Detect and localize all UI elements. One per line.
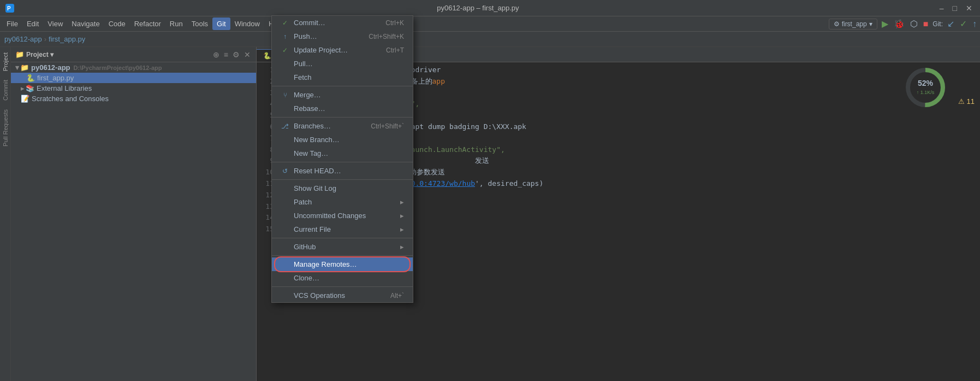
panel-close-icon[interactable]: ✕ bbox=[243, 49, 252, 60]
vcs-shortcut: Alt+` bbox=[390, 292, 404, 300]
git-menu-manage-remotes[interactable]: Manage Remotes… bbox=[272, 257, 413, 271]
tree-scratches[interactable]: 📝 Scratches and Consoles bbox=[11, 93, 256, 104]
tree-root-path: D:\PycharmProject\py0612-app bbox=[74, 65, 162, 71]
debug-button[interactable]: 🐞 bbox=[893, 17, 906, 30]
menu-run[interactable]: Run bbox=[165, 17, 187, 30]
git-dropdown-menu: ✓ Commit… Ctrl+K ↑ Push… Ctrl+Shift+K ✓ … bbox=[271, 15, 413, 303]
run-button[interactable]: ▶ bbox=[881, 17, 889, 30]
project-panel-header: 📁 Project ▾ ⊕ ≡ ⚙ ✕ bbox=[11, 47, 256, 62]
update-shortcut: Ctrl+T bbox=[386, 46, 404, 54]
git-menu-commit[interactable]: ✓ Commit… Ctrl+K bbox=[272, 16, 413, 30]
git-fetch-label: Fetch bbox=[294, 73, 312, 81]
app-logo: P bbox=[5, 4, 14, 13]
menu-edit[interactable]: Edit bbox=[22, 17, 43, 30]
git-new-branch-label: New Branch… bbox=[294, 136, 340, 144]
breadcrumb-file[interactable]: first_app.py bbox=[49, 35, 85, 43]
git-rollback-icon[interactable]: ↙ bbox=[946, 17, 955, 30]
git-menu-fetch[interactable]: Fetch bbox=[272, 71, 413, 84]
run-icon: ⚙ bbox=[834, 20, 840, 28]
run-config-selector[interactable]: ⚙ first_app ▾ bbox=[829, 19, 877, 30]
svg-text:↑ 1.1K/s: ↑ 1.1K/s bbox=[917, 90, 935, 95]
panel-add-icon[interactable]: ⊕ bbox=[212, 49, 221, 60]
menu-tools[interactable]: Tools bbox=[187, 17, 212, 30]
update-check-icon: ✓ bbox=[281, 46, 289, 54]
tree-external-label: External Libraries bbox=[37, 84, 92, 92]
tab-file-icon: 🐍 bbox=[263, 52, 271, 60]
run-config-label: first_app bbox=[842, 20, 867, 28]
git-menu-patch[interactable]: Patch ▸ bbox=[272, 195, 413, 209]
activity-project[interactable]: Project bbox=[1, 48, 10, 75]
git-rebase-label: Rebase… bbox=[294, 104, 325, 113]
git-menu-vcs-operations[interactable]: VCS Operations Alt+` bbox=[272, 289, 413, 302]
stop-button[interactable]: ■ bbox=[922, 18, 930, 30]
file-icon: 🐍 bbox=[26, 74, 35, 82]
tree-root-folder[interactable]: ▾ 📁 py0612-app D:\PycharmProject\py0612-… bbox=[11, 62, 256, 73]
window-controls[interactable]: – □ ✕ bbox=[937, 4, 975, 13]
git-menu-clone[interactable]: Clone… bbox=[272, 271, 413, 285]
tree-root-label: py0612-app bbox=[31, 63, 70, 72]
project-panel-title: Project ▾ bbox=[26, 51, 210, 58]
git-menu-github[interactable]: GitHub ▸ bbox=[272, 240, 413, 254]
git-menu-uncommitted-changes[interactable]: Uncommitted Changes ▸ bbox=[272, 209, 413, 222]
git-new-tag-label: New Tag… bbox=[294, 149, 328, 157]
menu-navigate[interactable]: Navigate bbox=[67, 17, 104, 30]
git-menu-reset-head[interactable]: ↺ Reset HEAD… bbox=[272, 164, 413, 178]
git-menu-push[interactable]: ↑ Push… Ctrl+Shift+K bbox=[272, 30, 413, 43]
menu-file[interactable]: File bbox=[2, 17, 22, 30]
coverage-button[interactable]: ⬡ bbox=[909, 17, 919, 30]
git-menu-new-tag[interactable]: New Tag… bbox=[272, 146, 413, 160]
menu-git[interactable]: Git bbox=[212, 17, 230, 30]
run-config-dropdown-icon: ▾ bbox=[869, 20, 872, 28]
sep-7 bbox=[272, 286, 413, 287]
git-menu-update[interactable]: ✓ Update Project… Ctrl+T bbox=[272, 43, 413, 57]
menu-window[interactable]: Window bbox=[230, 17, 264, 30]
activity-pull-requests[interactable]: Pull Requests bbox=[1, 105, 10, 151]
merge-icon: ⑂ bbox=[281, 91, 289, 99]
activity-commit[interactable]: Commit bbox=[1, 75, 10, 105]
git-push-icon[interactable]: ↑ bbox=[971, 18, 978, 30]
git-menu-new-branch[interactable]: New Branch… bbox=[272, 133, 413, 146]
commit-shortcut: Ctrl+K bbox=[385, 19, 404, 27]
branches-icon: ⎇ bbox=[281, 122, 289, 130]
menu-refactor[interactable]: Refactor bbox=[130, 17, 165, 30]
tree-file-first-app[interactable]: 🐍 first_app.py bbox=[11, 73, 256, 83]
git-menu-pull[interactable]: Pull… bbox=[272, 57, 413, 71]
library-icon: 📚 bbox=[26, 84, 34, 92]
panel-settings-icon[interactable]: ⚙ bbox=[231, 49, 241, 60]
network-chart: 52% ↑ 1.1K/s bbox=[904, 66, 947, 109]
patch-submenu-arrow: ▸ bbox=[400, 198, 404, 206]
menu-code[interactable]: Code bbox=[104, 17, 130, 30]
close-button[interactable]: ✕ bbox=[964, 4, 975, 13]
git-merge-label: Merge… bbox=[294, 91, 321, 99]
push-arrow-icon: ↑ bbox=[281, 33, 289, 40]
minimize-button[interactable]: – bbox=[937, 4, 946, 13]
git-pull-label: Pull… bbox=[294, 60, 313, 68]
title-bar: P py0612-app – first_app.py – □ ✕ bbox=[0, 0, 980, 16]
git-clone-label: Clone… bbox=[294, 274, 319, 282]
git-status-label: Git: bbox=[933, 20, 943, 28]
warning-indicator: ⚠ 11 bbox=[958, 97, 975, 105]
git-menu-show-git-log[interactable]: Show Git Log bbox=[272, 181, 413, 195]
git-check-icon[interactable]: ✓ bbox=[959, 17, 968, 30]
panel-collapse-icon[interactable]: ≡ bbox=[223, 49, 229, 60]
folder-icon: 📁 bbox=[20, 63, 29, 72]
maximize-button[interactable]: □ bbox=[951, 4, 959, 13]
folder-tree-icon: 📁 bbox=[15, 50, 24, 58]
breadcrumb-project[interactable]: py0612-app bbox=[4, 35, 42, 43]
tree-external-libraries[interactable]: ▸ 📚 External Libraries bbox=[11, 83, 256, 93]
scratches-icon: 📝 bbox=[21, 95, 29, 103]
sep-4 bbox=[272, 179, 413, 180]
git-current-file-label: Current File bbox=[294, 225, 331, 233]
push-shortcut: Ctrl+Shift+K bbox=[369, 33, 404, 40]
git-menu-branches[interactable]: ⎇ Branches… Ctrl+Shift+` bbox=[272, 119, 413, 133]
menu-view[interactable]: View bbox=[43, 17, 67, 30]
uncommitted-submenu-arrow: ▸ bbox=[400, 212, 404, 220]
project-panel: 📁 Project ▾ ⊕ ≡ ⚙ ✕ ▾ 📁 py0612-app D:\Py… bbox=[11, 47, 257, 381]
git-github-label: GitHub bbox=[294, 243, 316, 251]
git-menu-merge[interactable]: ⑂ Merge… bbox=[272, 88, 413, 102]
git-menu-current-file[interactable]: Current File ▸ bbox=[272, 222, 413, 236]
sep-6 bbox=[272, 255, 413, 256]
window-title: py0612-app – first_app.py bbox=[19, 4, 937, 12]
git-menu-rebase[interactable]: Rebase… bbox=[272, 102, 413, 115]
panel-header-icons: ⊕ ≡ ⚙ ✕ bbox=[212, 49, 252, 60]
